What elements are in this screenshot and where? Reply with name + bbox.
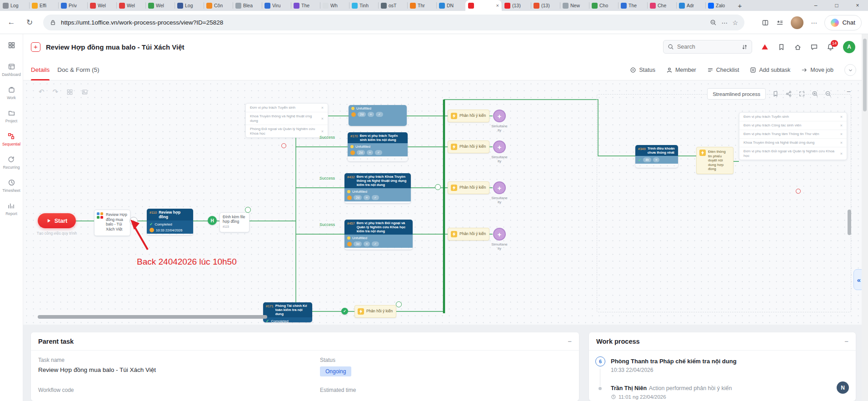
scrollbar-thumb[interactable]: [863, 39, 867, 111]
browser-tab[interactable]: Zalo ×: [705, 0, 734, 11]
remove-icon[interactable]: ×: [321, 116, 324, 121]
global-search[interactable]: [663, 40, 752, 54]
layout-grid-icon[interactable]: [66, 89, 73, 95]
browser-tab[interactable]: Effi ×: [29, 0, 58, 11]
sidebar-item-recurring[interactable]: Recurring: [3, 155, 20, 170]
toolbar-menu-icon[interactable]: ⋯: [811, 19, 817, 26]
more-tools-icon[interactable]: ⋯: [721, 19, 728, 26]
tab-details[interactable]: Details: [31, 60, 50, 80]
finance-task-node[interactable]: #171Phòng Tài chính Kế toán kiểm tra nội…: [263, 302, 312, 322]
page-scrollbar[interactable]: [862, 34, 868, 401]
sidebar-item-project[interactable]: Project: [5, 109, 17, 123]
dept-task-node-1[interactable]: #170Đơn vị phụ trách Tuyển sinh kiểm tra…: [348, 132, 408, 161]
window-close-button[interactable]: ×: [847, 0, 868, 11]
browser-tab[interactable]: osT ×: [378, 0, 407, 11]
assignee-row[interactable]: Đơn vị phụ trách Tuyển sinh ×: [246, 104, 328, 112]
approver-row[interactable]: Khoa Truyền thông và Nghệ thuật ứng dụng…: [739, 139, 847, 147]
window-maximize-button[interactable]: □: [826, 0, 847, 11]
approver-row[interactable]: Đơn vị phụ trách Công tác sinh viên ×: [739, 121, 847, 130]
browser-tab[interactable]: Blea ×: [233, 0, 262, 11]
browser-tab[interactable]: The ×: [291, 0, 320, 11]
url-input[interactable]: [61, 19, 705, 26]
action-status[interactable]: Status: [630, 67, 655, 73]
chat-button[interactable]: Chat: [824, 15, 862, 30]
action-add-subtask[interactable]: Add subtask: [750, 67, 790, 73]
feedback-node-4[interactable]: Phản hồi ý kiến: [448, 228, 489, 241]
browser-tab[interactable]: DN ×: [436, 0, 465, 11]
messages-icon[interactable]: [810, 43, 818, 51]
tab-close-icon[interactable]: ×: [496, 3, 499, 8]
browser-tab[interactable]: Wel ×: [145, 0, 175, 11]
remove-icon[interactable]: ×: [321, 129, 324, 134]
browser-tab[interactable]: New ×: [560, 0, 589, 11]
start-node[interactable]: Start: [38, 213, 76, 228]
search-input[interactable]: [677, 44, 738, 50]
browser-tab[interactable]: (13) ×: [502, 0, 531, 11]
notifications-button[interactable]: 14: [827, 43, 834, 51]
browser-tab[interactable]: Che ×: [647, 0, 676, 11]
share-icon[interactable]: [785, 90, 792, 97]
approver-row[interactable]: Đơn vị phụ trách Tuyển sinh ×: [739, 113, 847, 121]
image-icon[interactable]: [81, 89, 88, 95]
feedback-node-3[interactable]: Phản hồi ý kiến: [448, 181, 489, 194]
workflow-canvas[interactable]: ↶ ↷ Streamlined process − Start Tạo công…: [23, 80, 862, 325]
zoom-out-icon[interactable]: [710, 19, 717, 26]
zoom-out-icon[interactable]: [825, 90, 832, 97]
profile-avatar[interactable]: [791, 16, 803, 29]
assignee-row[interactable]: Phòng Đối ngoại và Quản lý Nghiên cứu Kh…: [246, 125, 328, 137]
browser-tab[interactable]: The ×: [618, 0, 647, 11]
action-move-job[interactable]: Move job: [801, 67, 833, 73]
browser-tab[interactable]: Tinh ×: [349, 0, 378, 11]
remove-icon[interactable]: ×: [840, 140, 843, 145]
action-checklist[interactable]: Checklist: [707, 67, 739, 73]
brand-logo-icon[interactable]: [761, 43, 769, 51]
browser-tab[interactable]: Thr ×: [407, 0, 436, 11]
browser-tab[interactable]: Viru ×: [262, 0, 291, 11]
fullscreen-icon[interactable]: [798, 90, 805, 97]
fill-form-node[interactable]: Điền thông tin phiếu duyệt nội dung hợp …: [696, 147, 733, 174]
canvas-vscrollbar[interactable]: [848, 210, 851, 235]
remove-icon[interactable]: ×: [840, 115, 843, 119]
approver-row[interactable]: Đơn vị phụ trách Trung tâm Thông tin Thư…: [739, 130, 847, 139]
collapse-actions-button[interactable]: [844, 64, 856, 76]
window-minimize-button[interactable]: –: [805, 0, 826, 11]
browser-tab[interactable]: Priv ×: [58, 0, 87, 11]
favorites-bar-icon[interactable]: [776, 19, 783, 26]
collapse-panel-icon[interactable]: −: [568, 337, 572, 345]
feedback-node-2[interactable]: Phản hồi ý kiến: [448, 140, 489, 153]
browser-tab[interactable]: Wh ×: [320, 0, 349, 11]
simultaneity-node-3[interactable]: +: [493, 181, 506, 194]
remove-icon[interactable]: ×: [840, 132, 843, 136]
browser-tab[interactable]: Cho ×: [589, 0, 618, 11]
collapse-panel-icon[interactable]: −: [844, 337, 848, 345]
collapse-canvas-button[interactable]: −: [847, 88, 851, 96]
split-screen-icon[interactable]: [762, 19, 769, 26]
address-bar[interactable]: ⋯ ☆: [43, 15, 744, 30]
attach-node-marker[interactable]: H: [208, 216, 217, 225]
browser-tab[interactable]: Log ×: [0, 0, 29, 11]
home-icon[interactable]: [794, 43, 802, 51]
zoom-in-icon[interactable]: [812, 90, 818, 97]
tab-doc-form[interactable]: Doc & Form (5): [57, 60, 99, 80]
refresh-button[interactable]: ↻: [23, 15, 36, 29]
back-button[interactable]: ←: [5, 15, 18, 29]
user-avatar[interactable]: A: [843, 41, 855, 53]
new-tab-button[interactable]: +: [734, 0, 745, 11]
dept-task-node-3[interactable]: #457Đơn vị phụ trách Đối ngoại và Quản l…: [344, 220, 413, 250]
browser-tab[interactable]: Adr ×: [676, 0, 705, 11]
terms-task-node[interactable]: #349Trình điều khoản chưa thống nhất ✓4h…: [635, 145, 678, 168]
simultaneity-node-2[interactable]: +: [493, 140, 506, 153]
dept-task-node-partial[interactable]: Unfulfilled 2d≡✓: [349, 105, 407, 126]
attach-task-node[interactable]: Đính kèm file hợp đồng #115: [219, 212, 249, 232]
bookmark-icon[interactable]: [778, 43, 785, 51]
feedback-node-1[interactable]: Phản hồi ý kiến: [448, 110, 489, 122]
action-member[interactable]: Member: [666, 67, 696, 73]
sidebar-item-sequential[interactable]: Sequential: [2, 132, 20, 146]
sidebar-item-timesheet[interactable]: Timesheet: [2, 179, 20, 193]
remove-icon[interactable]: ×: [840, 123, 843, 128]
dept-task-node-2[interactable]: #432Đơn vị phụ trách Khoa Truyền thông v…: [344, 173, 411, 203]
sort-icon[interactable]: [742, 44, 748, 50]
redo-button[interactable]: ↷: [53, 88, 59, 96]
streamlined-process-button[interactable]: Streamlined process: [707, 88, 766, 100]
browser-tab[interactable]: (13) ×: [531, 0, 560, 11]
